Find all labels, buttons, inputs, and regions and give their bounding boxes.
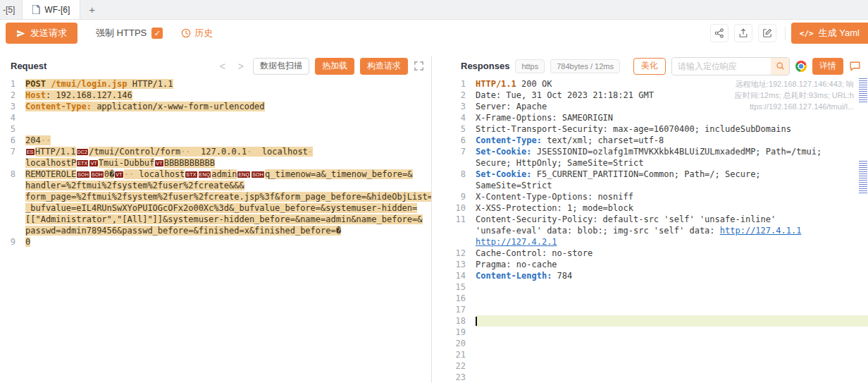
send-request-button[interactable]: 发送请求 [6,23,78,44]
code-line[interactable]: 7ESHTTP/1.1DC2/tmui/Control/form·· 127.0… [0,146,431,157]
line-number: 5 [450,123,476,135]
code-line[interactable]: localhostPETXVTTmui-DubbufVTBBBBBBBBBB [0,157,431,169]
control-char-badge: ES [26,149,35,155]
line-number: 10 [450,202,476,214]
code-line[interactable]: 19 [450,327,868,338]
history-prev-arrow[interactable]: < [216,61,229,72]
request-title: Request [11,61,46,71]
code-line[interactable]: 'unsafe-eval' data: blob:; img-src 'self… [450,225,868,236]
line-number: 7 [0,146,25,157]
line-number: 3 [0,101,25,112]
new-tab-button[interactable]: + [80,0,104,19]
tab-active-fuzzer[interactable]: WF-[6] [23,0,80,19]
code-line[interactable]: handler=%2ftmui%2fsystem%2fuser%2fcreate… [0,180,431,191]
code-line[interactable]: 4 [0,112,431,123]
control-char-badge: ENQ [237,171,250,178]
code-line[interactable]: 23 [450,372,868,383]
request-editor[interactable]: 1POST /tmui/login.jsp HTTP/1.12Host: 192… [0,76,431,383]
code-line[interactable]: 21 [450,349,868,360]
code-line[interactable]: 22 [450,360,868,372]
code-line[interactable]: 1HTTP/1.1 200 OK远程地址:192.168.127.146:443… [450,78,868,90]
code-line[interactable]: 12Cache-Control: no-store [450,248,868,259]
code-line[interactable]: SameSite=Strict [450,180,868,191]
force-https-label: 强制 HTTPS [96,27,147,39]
code-line[interactable]: 2Date: Tue, 31 Oct 2023 21:18:21 GMT应时间:… [450,90,868,101]
send-icon [16,29,25,38]
response-search [671,57,790,75]
export-button[interactable] [734,24,752,42]
fullscreen-icon[interactable] [414,61,424,71]
response-header: Responses https 784bytes / 12ms 美化 详情 [450,56,868,76]
details-button[interactable]: 详情 [812,58,843,75]
code-line[interactable]: 14Content-Length: 784 [450,270,868,281]
line-number: 8 [0,169,25,180]
response-title: Responses [461,61,509,71]
generate-yaml-button[interactable]: </> 生成 Yaml [791,23,868,44]
code-line[interactable]: 9X-Content-Type-Options: nosniff [450,191,868,202]
panel-divider[interactable] [432,56,450,383]
code-line[interactable]: _bufvalue=eIL4RUnSwXYoPUIOGcOFx2o00Xc%3d… [0,202,431,214]
code-line[interactable]: form_page=%2ftmui%2fsystem%2fuser%2fcrea… [0,191,431,202]
code-line[interactable]: 20 [450,338,868,349]
control-char-badge: ENQ [199,171,211,178]
size-time-badge: 784bytes / 12ms [550,59,620,73]
edit-button[interactable] [758,24,776,42]
line-number: 2 [450,90,476,101]
code-line[interactable]: 3Server: Apachettps://192.168.127.146/tm… [450,101,868,112]
code-icon: </> [800,29,814,38]
code-line[interactable]: 8REMOTEROLESOHSOH0�VT·· localhostSTXENQa… [0,169,431,180]
line-number: 1 [450,78,476,90]
tab-bar: -[5] WF-[6] + [0,0,868,20]
open-in-browser-icon[interactable] [795,61,807,72]
construct-request-button[interactable]: 构造请求 [360,58,408,75]
code-line[interactable]: 5 [0,123,431,135]
share-button[interactable] [710,24,728,42]
beautify-button[interactable]: 美化 [633,58,666,75]
packet-scan-button[interactable]: 数据包扫描 [253,58,309,75]
comment-icon[interactable] [849,60,861,72]
code-line[interactable]: 16 [450,293,868,304]
code-line[interactable]: [["Administrator","[All]"]]&systemuser-h… [0,214,431,225]
minimap[interactable] [858,76,868,383]
line-number: 17 [450,304,476,315]
code-line[interactable]: Secure; HttpOnly; SameSite=Strict [450,157,868,169]
response-meta-info: 应时间:12ms; 总耗时:93ms; URL:h [735,90,868,101]
line-number: 21 [450,349,476,360]
code-line[interactable]: 4X-Frame-Options: SAMEORIGIN [450,112,868,123]
tab-label: -[5] [3,5,15,15]
yaml-label: 生成 Yaml [819,27,860,39]
code-line[interactable]: 18 [450,315,868,327]
code-line[interactable]: 11Content-Security-Policy: default-src '… [450,214,868,225]
code-line[interactable]: 6204·· [0,135,431,146]
history-button[interactable]: 历史 [181,27,213,39]
search-button[interactable] [771,58,789,75]
code-line[interactable]: 6Content-Type: text/xml; charset=utf-8 [450,135,868,146]
code-line[interactable]: 8Set-Cookie: F5_CURRENT_PARTITION=Common… [450,169,868,180]
tab-prev-fuzzer[interactable]: -[5] [0,0,23,19]
code-line[interactable]: passwd=admin789456&passwd_before=&finish… [0,225,431,236]
code-line[interactable]: 13Pragma: no-cache [450,259,868,270]
code-line[interactable]: 10X-XSS-Protection: 1; mode=block [450,202,868,214]
code-line[interactable]: 7Set-Cookie: JSESSIONID=ozlafg1mTMVKXkbk… [450,146,868,157]
code-line[interactable]: 5Strict-Transport-Security: max-age=1607… [450,123,868,135]
code-line[interactable]: http://127.4.2.1 [450,236,868,248]
control-char-badge: ETX [77,160,88,166]
code-line[interactable]: 3Content-Type: application/x-www-form-ur… [0,101,431,112]
line-number: 14 [450,270,476,281]
control-char-badge: SOH [252,171,264,178]
code-line[interactable]: 1POST /tmui/login.jsp HTTP/1.1 [0,78,431,90]
toolbar: 发送请求 强制 HTTPS ✓ 历史 </> [0,20,868,47]
force-https-checkbox[interactable]: ✓ [151,28,163,39]
response-editor[interactable]: 1HTTP/1.1 200 OK远程地址:192.168.127.146:443… [450,76,868,383]
control-char-badge: SOH [91,171,104,178]
history-label: 历史 [194,27,213,39]
code-line[interactable]: 2Host: 192.168.127.146 [0,90,431,101]
hot-reload-button[interactable]: 热加载 [315,58,354,75]
control-char-badge: SOH [77,171,89,178]
code-line[interactable]: 90 [0,236,431,248]
code-line[interactable]: 17 [450,304,868,315]
history-next-arrow[interactable]: > [235,61,247,72]
code-line[interactable]: 15 [450,281,868,293]
search-input[interactable] [672,58,771,75]
edit-icon [762,28,772,38]
